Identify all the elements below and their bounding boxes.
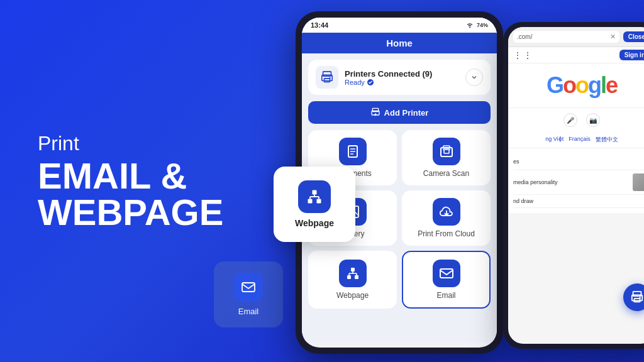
- language-links: ng Việt Français 繁體中文: [508, 132, 644, 148]
- webpage-float-card[interactable]: Webpage: [274, 167, 355, 242]
- print-fab-button[interactable]: [623, 283, 644, 311]
- browser-icons: 🎤 📷: [508, 108, 644, 132]
- camera-scan-icon: [439, 144, 454, 159]
- email-feature-card[interactable]: Email: [214, 261, 283, 327]
- title-line2: WEBPAGE: [38, 194, 223, 231]
- status-time: 13:44: [311, 21, 328, 29]
- printer-icon-container: [316, 66, 338, 89]
- check-circle-icon: [367, 79, 374, 86]
- email-card-label: Email: [238, 307, 259, 316]
- camera-scan-icon-box: [433, 138, 460, 165]
- result-2-text: media personality: [513, 179, 558, 185]
- status-icons: 74%: [465, 22, 488, 28]
- sign-in-button[interactable]: Sign in: [619, 50, 644, 60]
- svg-point-4: [329, 77, 330, 79]
- webpage-label: Webpage: [336, 291, 369, 300]
- main-title: EMAIL & WEBPAGE: [38, 158, 223, 231]
- webpage-float-icon: [306, 188, 323, 206]
- svg-rect-24: [355, 275, 358, 279]
- result-3-text: nd draw: [513, 198, 533, 204]
- camera-search-icon[interactable]: 📷: [586, 113, 600, 127]
- lang-viet[interactable]: ng Việt: [545, 136, 564, 144]
- add-printer-button[interactable]: Add Printer: [308, 101, 491, 124]
- webpage-float-label: Webpage: [295, 218, 334, 228]
- result-1: es ⋮: [513, 153, 644, 170]
- result-3[interactable]: nd draw: [513, 195, 644, 208]
- nav-bar: Home: [302, 33, 497, 53]
- feature-print-cloud[interactable]: Print From Cloud: [402, 190, 491, 246]
- email-icon: [241, 280, 256, 295]
- webpage-float-icon-box: [298, 180, 331, 213]
- battery-text: 74%: [477, 22, 488, 28]
- print-cloud-label: Print From Cloud: [418, 229, 475, 238]
- clear-url-icon[interactable]: ✕: [610, 33, 616, 41]
- google-logo: Google: [514, 72, 644, 99]
- wifi-icon: [465, 22, 474, 28]
- printer-status: Ready: [345, 79, 459, 86]
- google-area: Google: [508, 63, 644, 108]
- grid-apps-icon[interactable]: ⋮⋮: [513, 50, 533, 60]
- chevron-down-icon: [470, 74, 478, 81]
- svg-rect-16: [444, 150, 449, 153]
- status-bar: 13:44 74%: [302, 18, 497, 33]
- more-options-icon[interactable]: ⋮: [641, 156, 644, 167]
- printer-card[interactable]: Printers Connected (9) Ready: [308, 60, 491, 95]
- mic-icon[interactable]: 🎤: [564, 113, 577, 127]
- browser-close-button[interactable]: Close: [623, 31, 644, 42]
- cloud-download-icon: [439, 204, 454, 219]
- document-icon: [345, 144, 360, 159]
- browser-nav: ⋮⋮ Sign in: [508, 47, 644, 63]
- printer-icon: [320, 70, 334, 84]
- browser-screen: .com/ ✕ Close ⋮⋮ Sign in Google 🎤 📷 ng V…: [508, 27, 644, 344]
- svg-point-40: [639, 297, 641, 299]
- search-results: es ⋮ media personality nd draw: [508, 148, 644, 213]
- camera-scan-label: Camera Scan: [423, 169, 469, 178]
- svg-rect-31: [308, 199, 313, 204]
- left-content: Print EMAIL & WEBPAGE: [38, 132, 223, 231]
- result-1-text: es: [513, 158, 519, 165]
- browser-url-bar[interactable]: .com/ ✕: [513, 31, 619, 43]
- printer-info: Printers Connected (9) Ready: [345, 69, 459, 86]
- feature-email[interactable]: Email: [402, 251, 491, 309]
- network-icon: [345, 266, 360, 281]
- result-2-image: [633, 173, 644, 191]
- webpage-icon-box: [339, 260, 367, 287]
- email-grid-icon: [439, 266, 454, 281]
- printer-name: Printers Connected (9): [345, 69, 459, 79]
- expand-button[interactable]: [465, 69, 483, 86]
- lang-french[interactable]: Français: [569, 136, 591, 144]
- feature-camera-scan[interactable]: Camera Scan: [402, 130, 491, 185]
- svg-rect-14: [441, 148, 452, 156]
- nav-title: Home: [386, 38, 413, 48]
- email-icon-box: [234, 273, 263, 302]
- svg-rect-32: [317, 199, 321, 204]
- add-printer-icon: [370, 107, 380, 118]
- email-grid-label: Email: [436, 291, 455, 300]
- documents-icon-box: [339, 138, 367, 165]
- browser-phone: .com/ ✕ Close ⋮⋮ Sign in Google 🎤 📷 ng V…: [503, 22, 644, 349]
- svg-rect-23: [347, 275, 351, 279]
- svg-rect-22: [351, 268, 355, 272]
- browser-top-bar: .com/ ✕ Close: [508, 27, 644, 47]
- title-line1: EMAIL &: [38, 158, 223, 194]
- svg-rect-3: [324, 79, 330, 82]
- svg-rect-29: [440, 269, 453, 278]
- print-label: Print: [38, 132, 223, 155]
- print-fab-icon: [630, 290, 644, 304]
- email-icon-box-grid: [433, 260, 460, 287]
- svg-rect-0: [242, 283, 255, 292]
- feature-webpage[interactable]: Webpage: [308, 251, 397, 309]
- svg-rect-30: [313, 190, 317, 195]
- result-2[interactable]: media personality: [513, 170, 644, 195]
- lang-chinese[interactable]: 繁體中文: [596, 136, 618, 144]
- url-text: .com/: [517, 33, 532, 40]
- add-printer-label: Add Printer: [384, 108, 429, 118]
- cloud-icon-box: [433, 198, 460, 226]
